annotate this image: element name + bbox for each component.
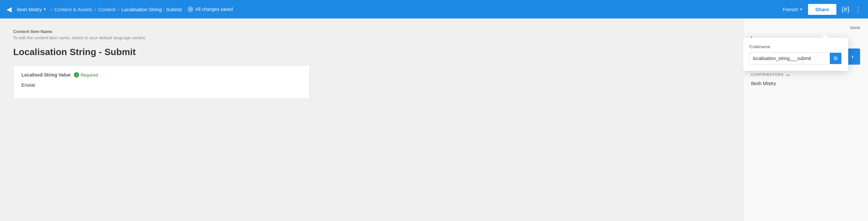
- breadcrumb-separator-1: ›: [49, 6, 54, 13]
- codename-input-row: ⧉: [749, 52, 842, 64]
- saved-checkmark-icon: ✓: [187, 6, 193, 12]
- required-badge: ✓ Required: [74, 72, 98, 78]
- codename-popover: Codename ⧉: [743, 37, 848, 71]
- breadcrumb-content-assets[interactable]: Content & Assets: [54, 7, 92, 12]
- saved-text: All changes saved: [195, 7, 233, 12]
- codename-label: Codename: [749, 44, 842, 49]
- user-menu[interactable]: Ilesh Mistry ▾: [14, 7, 49, 12]
- content-item-name-label: Content Item Name: [13, 29, 730, 34]
- versions-label: sions: [751, 25, 860, 30]
- field-label: Localised String Value: [22, 72, 70, 78]
- contributors-header: CONTRIBUTORS ✏: [751, 73, 860, 78]
- content-area: Content Item Name To edit the content it…: [0, 19, 743, 221]
- breadcrumb-separator-2: ›: [92, 6, 98, 13]
- breadcrumb-current: Localisation String - Submit: [121, 7, 182, 12]
- main-layout: Content Item Name To edit the content it…: [0, 19, 868, 221]
- content-item-name-sublabel: To edit the content item name, switch to…: [13, 35, 730, 40]
- code-view-button[interactable]: {#}: [839, 0, 852, 19]
- sidebar: sions No due date set Publish › CONTRIBU…: [743, 19, 868, 221]
- field-header: Localised String Value ✓ Required: [22, 72, 302, 78]
- back-icon: ◀: [7, 6, 11, 13]
- breadcrumb-content[interactable]: Content: [98, 7, 116, 12]
- sidebar-top: sions: [751, 25, 860, 30]
- content-item-title: Localisation String - Submit: [13, 47, 730, 57]
- copy-icon: ⧉: [834, 55, 837, 61]
- top-navigation: ◀ Ilesh Mistry ▾ › Content & Assets › Co…: [0, 0, 868, 19]
- more-options-button[interactable]: ⋮: [852, 0, 864, 19]
- language-chevron-icon: ▾: [800, 7, 802, 11]
- user-chevron-icon: ▾: [44, 7, 46, 11]
- contributors-edit-icon[interactable]: ✏: [786, 73, 790, 78]
- required-label: Required: [81, 73, 98, 78]
- codename-copy-button[interactable]: ⧉: [830, 53, 841, 64]
- breadcrumb-separator-3: ›: [115, 6, 121, 13]
- user-name: Ilesh Mistry: [17, 7, 42, 12]
- required-checkmark-icon: ✓: [74, 72, 79, 78]
- field-value[interactable]: Enviar: [22, 82, 302, 92]
- localised-string-field-card: Localised String Value ✓ Required Enviar: [13, 65, 310, 99]
- language-label: French: [783, 7, 798, 12]
- publish-arrow-icon: ›: [851, 53, 854, 60]
- codename-input[interactable]: [750, 53, 830, 64]
- language-selector[interactable]: French ▾: [779, 7, 805, 12]
- share-button[interactable]: Share: [808, 4, 836, 15]
- contributor-name: Ilesh Mistry: [751, 81, 860, 86]
- saved-status: ✓ All changes saved: [187, 6, 233, 12]
- contributors-label: CONTRIBUTORS: [751, 73, 784, 77]
- back-button[interactable]: ◀: [4, 0, 14, 19]
